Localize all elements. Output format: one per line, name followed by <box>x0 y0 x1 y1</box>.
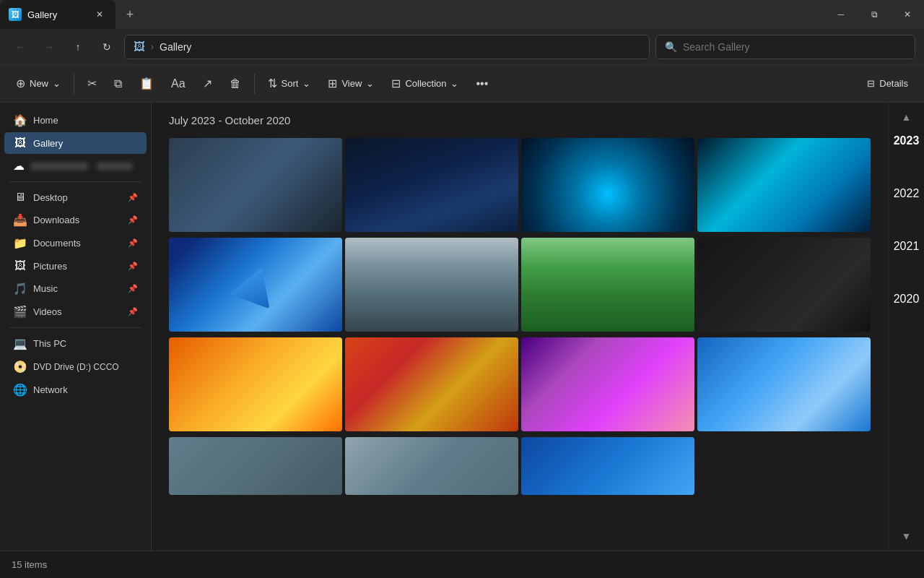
gallery-image-7[interactable] <box>521 238 694 332</box>
delete-button[interactable]: 🗑 <box>222 73 248 95</box>
gallery-date-header: July 2023 - October 2020 <box>169 114 871 126</box>
address-path[interactable]: 🖼 › Gallery <box>124 35 650 59</box>
sidebar-item-dvd[interactable]: 📀 DVD Drive (D:) CCCO <box>4 355 147 378</box>
tab-close-button[interactable]: ✕ <box>92 7 107 22</box>
new-tab-button[interactable]: + <box>118 3 141 26</box>
gallery-image-15[interactable] <box>521 437 694 495</box>
cut-icon: ✂ <box>87 77 97 90</box>
documents-icon: 📁 <box>13 236 27 250</box>
sort-label: Sort <box>282 78 299 89</box>
gallery-image-empty <box>697 437 871 495</box>
music-icon: 🎵 <box>13 282 27 296</box>
gallery-image-4[interactable] <box>697 138 871 232</box>
tab-title: Gallery <box>27 9 57 20</box>
details-label: Details <box>879 78 908 89</box>
more-icon: ••• <box>476 77 488 90</box>
year-labels: 2023 2022 2021 2020 <box>894 126 920 527</box>
year-scroll-up[interactable]: ▲ <box>899 108 915 126</box>
path-separator: › <box>151 42 154 52</box>
back-button[interactable]: ← <box>9 35 32 59</box>
sort-arrow-icon: ⌄ <box>302 78 310 89</box>
collection-button[interactable]: ⊟ Collection ⌄ <box>384 72 466 95</box>
year-item-2020[interactable]: 2020 <box>894 293 920 306</box>
gallery-image-11[interactable] <box>521 337 694 431</box>
gallery-image-14[interactable] <box>345 437 518 495</box>
sidebar-pictures-label: Pictures <box>33 261 67 272</box>
sidebar-dvd-label: DVD Drive (D:) CCCO <box>33 362 119 372</box>
gallery-image-1[interactable] <box>169 138 342 232</box>
onedrive-icon: ☁ <box>13 159 25 173</box>
toolbar-separator-2 <box>254 74 255 94</box>
addressbar: ← → ↑ ↻ 🖼 › Gallery 🔍 <box>0 29 924 65</box>
sidebar-item-documents[interactable]: 📁 Documents 📌 <box>4 232 147 254</box>
collection-arrow-icon: ⌄ <box>450 78 458 89</box>
desktop-icon: 🖥 <box>13 191 27 204</box>
gallery-image-8[interactable] <box>697 238 871 332</box>
gallery-image-3[interactable] <box>521 138 694 232</box>
gallery-image-13[interactable] <box>169 437 342 495</box>
sidebar-item-pictures[interactable]: 🖼 Pictures 📌 <box>4 255 147 277</box>
year-item-2021[interactable]: 2021 <box>894 240 920 253</box>
copy-icon: ⧉ <box>114 77 122 90</box>
sidebar-item-gallery[interactable]: 🖼 Gallery <box>4 132 147 154</box>
sort-button[interactable]: ⇅ Sort ⌄ <box>261 72 318 95</box>
share-icon: ↗ <box>203 77 212 90</box>
gallery-image-9[interactable] <box>169 337 342 431</box>
minimize-button[interactable]: ─ <box>824 0 858 29</box>
sidebar-item-downloads[interactable]: 📥 Downloads 📌 <box>4 209 147 231</box>
gallery-image-2[interactable] <box>345 138 518 232</box>
year-scroll-down[interactable]: ▼ <box>899 527 915 545</box>
sidebar-item-thispc[interactable]: 💻 This PC <box>4 332 147 355</box>
cut-button[interactable]: ✂ <box>80 72 104 95</box>
search-icon: 🔍 <box>665 41 677 53</box>
refresh-button[interactable]: ↻ <box>95 35 118 59</box>
paste-icon: 📋 <box>139 77 154 90</box>
up-button[interactable]: ↑ <box>66 35 90 59</box>
home-icon: 🏠 <box>13 113 27 127</box>
new-button[interactable]: ⊕ New ⌄ <box>9 72 68 95</box>
pin-icon-music: 📌 <box>128 284 138 293</box>
gallery-main: July 2023 - October 2020 <box>152 103 888 551</box>
share-button[interactable]: ↗ <box>196 72 219 95</box>
maximize-button[interactable]: ⧉ <box>858 0 891 29</box>
search-input[interactable] <box>683 41 906 53</box>
sidebar: 🏠 Home 🖼 Gallery ☁ 🖥 Desktop 📌 📥 Downloa… <box>0 103 152 551</box>
sidebar-home-label: Home <box>33 115 58 126</box>
gallery-image-6[interactable] <box>345 238 518 332</box>
details-button[interactable]: ⊟ Details <box>860 74 915 93</box>
pin-icon-videos: 📌 <box>128 307 138 316</box>
more-button[interactable]: ••• <box>468 73 495 95</box>
rename-icon: Aa <box>171 77 186 90</box>
pin-icon-desktop: 📌 <box>128 193 138 202</box>
new-label: New <box>30 78 48 89</box>
gallery-image-12[interactable] <box>697 337 871 431</box>
tab-app-icon: 🖼 <box>9 8 22 21</box>
sidebar-divider-1 <box>9 181 142 182</box>
gallery-image-5[interactable] <box>169 238 342 332</box>
sidebar-onedrive[interactable]: ☁ <box>4 155 147 177</box>
titlebar: 🖼 Gallery ✕ + ─ ⧉ ✕ <box>0 0 924 29</box>
search-box[interactable]: 🔍 <box>655 35 915 59</box>
gallery-tab[interactable]: 🖼 Gallery ✕ <box>0 0 116 29</box>
copy-button[interactable]: ⧉ <box>107 73 129 95</box>
gallery-image-10[interactable] <box>345 337 518 431</box>
sort-icon: ⇅ <box>268 77 277 90</box>
sidebar-item-home[interactable]: 🏠 Home <box>4 109 147 131</box>
close-button[interactable]: ✕ <box>891 0 924 29</box>
sidebar-item-desktop[interactable]: 🖥 Desktop 📌 <box>4 186 147 208</box>
view-arrow-icon: ⌄ <box>366 78 374 89</box>
forward-button[interactable]: → <box>38 35 61 59</box>
year-item-2022[interactable]: 2022 <box>894 187 920 200</box>
sidebar-videos-label: Videos <box>33 306 62 317</box>
view-button[interactable]: ⊞ View ⌄ <box>321 72 381 95</box>
statusbar: 15 items <box>0 551 924 578</box>
path-app-icon: 🖼 <box>134 40 145 53</box>
year-item-2023[interactable]: 2023 <box>894 134 920 147</box>
sidebar-item-videos[interactable]: 🎬 Videos 📌 <box>4 301 147 323</box>
details-icon: ⊟ <box>867 78 875 89</box>
sidebar-divider-2 <box>9 327 142 328</box>
sidebar-item-music[interactable]: 🎵 Music 📌 <box>4 277 147 300</box>
paste-button[interactable]: 📋 <box>132 72 161 95</box>
rename-button[interactable]: Aa <box>164 73 193 95</box>
sidebar-item-network[interactable]: 🌐 Network <box>4 379 147 401</box>
